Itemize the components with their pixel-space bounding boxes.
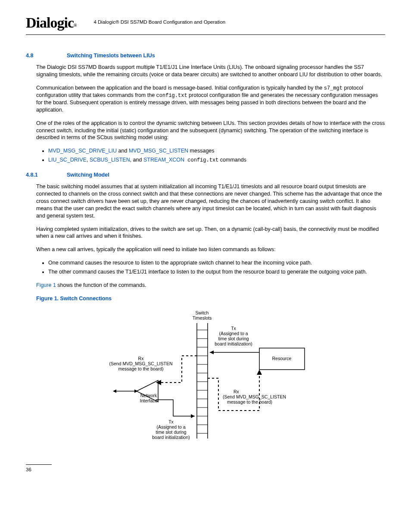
label-tx-top: Tx: [231, 326, 236, 331]
section-4-8-heading: 4.8 Switching Timeslots between LIUs: [26, 52, 385, 59]
page-header: Dialogic® 4 Dialogic® DSI SS7MD Board Co…: [26, 13, 385, 35]
text-fragment: and: [117, 148, 129, 154]
text-fragment: ,: [87, 157, 90, 163]
label-rx-left: Rx: [138, 356, 144, 361]
section-title: Switching Model: [67, 171, 109, 179]
code-config-txt: config.txt: [156, 93, 187, 99]
link-liu-sc-drive[interactable]: LIU_SC_DRIVE: [48, 157, 87, 163]
text-fragment: messages: [188, 148, 214, 154]
text-fragment: commands: [218, 157, 246, 163]
label-network-2: Interface: [140, 398, 158, 403]
arrowhead-right: [134, 389, 138, 393]
link-mvd-msg-sc-listen[interactable]: MVD_MSG_SC_LISTEN: [129, 148, 188, 154]
list-item: LIU_SC_DRIVE, SCBUS_LISTEN, and STREAM_X…: [48, 156, 385, 164]
link-figure-1[interactable]: Figure 1: [36, 282, 56, 288]
label-tx-top-l1: (Assigned to a: [219, 331, 248, 336]
para-4-8-3: One of the roles of the application is t…: [36, 120, 385, 142]
switch-ladder: [197, 323, 208, 439]
section-number: 4.8.1: [26, 171, 67, 179]
label-resource: Resource: [272, 356, 292, 361]
tx-bottom-arrow: [156, 400, 195, 416]
code-s7-mgt: s7_mgt: [324, 85, 342, 91]
label-tx-bottom-l3: board initialization): [152, 435, 190, 440]
code-config-txt: config.txt: [184, 157, 218, 163]
text-fragment: shows the function of the commands.: [56, 282, 146, 288]
para-4-8-1: The Dialogic DSI SS7MD Boards support mu…: [36, 64, 385, 78]
label-tx-top-l3: board initialization): [215, 341, 252, 346]
list-item: The other command causes the T1/E1/J1 in…: [48, 268, 385, 276]
page-footer: 36: [26, 464, 52, 473]
section-4-8-1-heading: 4.8.1 Switching Model: [26, 171, 385, 179]
section-number: 4.8: [26, 52, 67, 59]
label-switch-timeslots-2: Timeslots: [193, 315, 212, 320]
figure-1-diagram: Switch Timeslots Resource Tx (Assigned t…: [89, 309, 322, 447]
link-scbus-listen[interactable]: SCBUS_LISTEN: [90, 157, 130, 163]
running-title: 4 Dialogic® DSI SS7MD Board Configuratio…: [93, 19, 225, 27]
arrowhead-left: [113, 389, 116, 393]
text-fragment: , and: [130, 157, 143, 163]
label-rx-left-l2: message to the board): [118, 366, 163, 371]
page-number: 36: [26, 467, 31, 472]
label-tx-bottom-l1: (Assigned to a: [156, 424, 185, 429]
label-rx-right-l1: (Send MVD_MSG_SC_LISTEN: [223, 394, 286, 399]
para-4-8-1-4: Figure 1 shows the function of the comma…: [36, 282, 385, 289]
para-4-8-2: Communication between the application an…: [36, 84, 385, 114]
label-tx-top-l2: time slot during: [218, 336, 249, 341]
label-network-1: Network: [140, 393, 157, 398]
figure-1-caption: Figure 1. Switch Connections: [36, 295, 385, 302]
label-switch-timeslots-1: Switch: [196, 310, 209, 315]
label-rx-right: Rx: [234, 389, 240, 394]
link-stream-xcon[interactable]: STREAM_XCON: [143, 157, 184, 163]
para-4-8-1-3: When a new call arrives, typically the a…: [36, 246, 385, 253]
list-item: MVD_MSG_SC_DRIVE_LIU and MVD_MSG_SC_LIST…: [48, 147, 385, 155]
para-4-8-1-2: Having completed system initialization, …: [36, 226, 385, 240]
link-mvd-msg-sc-drive-liu[interactable]: MVD_MSG_SC_DRIVE_LIU: [48, 148, 117, 154]
section-title: Switching Timeslots between LIUs: [67, 52, 155, 59]
label-rx-left-l1: (Send MVD_MSG_SC_LISTEN: [109, 361, 172, 366]
label-tx-bottom-l2: time slot during: [156, 429, 186, 435]
text-fragment: Communication between the application an…: [36, 85, 324, 91]
dialogic-logo: Dialogic®: [26, 13, 76, 33]
registered-mark: ®: [74, 23, 76, 28]
label-tx-bottom: Tx: [168, 419, 174, 424]
label-rx-right-l2: message to the board): [227, 399, 272, 404]
list-item: One command causes the resource to liste…: [48, 259, 385, 267]
para-4-8-1-1: The basic switching model assumes that a…: [36, 183, 385, 219]
bullet-list-4-8: MVD_MSG_SC_DRIVE_LIU and MVD_MSG_SC_LIST…: [36, 147, 385, 164]
bullet-list-4-8-1: One command causes the resource to liste…: [36, 259, 385, 276]
logo-text: Dialogic: [26, 15, 74, 31]
